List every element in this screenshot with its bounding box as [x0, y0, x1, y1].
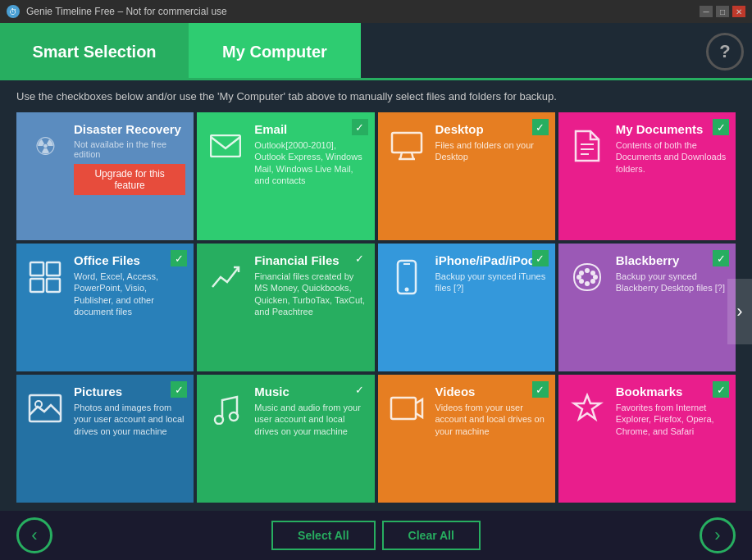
desktop-title: Desktop: [435, 122, 547, 136]
pictures-content: Pictures Photos and images from your use…: [74, 385, 185, 437]
blackberry-title: Blackberry: [616, 253, 727, 267]
email-desc: Outlook[2000-2010], Outlook Express, Win…: [254, 139, 366, 186]
svg-rect-0: [211, 135, 240, 157]
iphone-content: iPhone/iPad/iPod Backup your synced iTun…: [435, 253, 547, 294]
tab-my-computer[interactable]: My Computer: [189, 23, 361, 80]
bottom-bar: ‹ Select All Clear All ›: [0, 511, 752, 560]
tile-email[interactable]: Email Outlook[2000-2010], Outlook Expres…: [197, 112, 374, 240]
action-buttons: Select All Clear All: [271, 521, 481, 550]
tile-pictures[interactable]: Pictures Photos and images from your use…: [16, 375, 194, 503]
disaster-title: Disaster Recovery: [74, 122, 185, 136]
desktop-desc: Files and folders on your Desktop: [435, 139, 547, 163]
desktop-check: ✓: [532, 119, 549, 135]
close-button[interactable]: ✕: [732, 6, 745, 17]
svg-point-18: [579, 279, 584, 284]
videos-content: Videos Videos from your user account and…: [435, 385, 547, 437]
svg-point-19: [585, 281, 590, 286]
mydocs-content: My Documents Contents of both the Docume…: [616, 122, 727, 175]
tiles-grid: ☢ Disaster Recovery Not availabe in the …: [16, 112, 736, 503]
disaster-not-available: Not availabe in the free edition: [74, 139, 185, 159]
svg-rect-1: [392, 133, 422, 153]
forward-button[interactable]: ›: [700, 517, 736, 553]
office-icon: [25, 257, 66, 298]
window-controls[interactable]: ─ □ ✕: [700, 6, 745, 17]
bookmarks-icon: [567, 388, 608, 429]
pictures-title: Pictures: [74, 385, 185, 398]
blackberry-icon: [567, 257, 608, 298]
financial-icon: [205, 257, 246, 298]
tile-blackberry[interactable]: Blackberry Backup your synced Blackberry…: [558, 244, 736, 371]
tile-desktop[interactable]: Desktop Files and folders on your Deskto…: [378, 112, 555, 240]
main-content: Smart Selection My Computer ? Use the ch…: [0, 23, 752, 560]
tile-iphone[interactable]: iPhone/iPad/iPod Backup your synced iTun…: [378, 244, 555, 371]
disaster-content: Disaster Recovery Not availabe in the fr…: [74, 122, 185, 195]
blackberry-content: Blackberry Backup your synced Blackberry…: [616, 253, 727, 294]
svg-rect-8: [30, 262, 43, 275]
svg-rect-27: [391, 398, 416, 419]
clear-all-button[interactable]: Clear All: [382, 521, 481, 550]
tile-financial-files[interactable]: Financial Files Financial files created …: [197, 244, 374, 371]
office-desc: Word, Excel, Access, PowerPoint, Visio, …: [74, 271, 185, 317]
maximize-button[interactable]: □: [716, 6, 729, 17]
svg-marker-28: [574, 395, 600, 419]
tab-smart-selection[interactable]: Smart Selection: [0, 23, 189, 80]
videos-title: Videos: [435, 385, 547, 398]
minimize-button[interactable]: ─: [700, 6, 713, 17]
svg-point-21: [577, 275, 581, 280]
financial-title: Financial Files: [254, 253, 366, 267]
mydocs-desc: Contents of both the Documents and Downl…: [616, 139, 727, 175]
scroll-right-arrow[interactable]: ›: [727, 279, 752, 344]
svg-rect-23: [30, 395, 61, 421]
office-title: Office Files: [74, 253, 185, 267]
svg-rect-11: [47, 279, 60, 292]
blackberry-check: ✓: [713, 250, 729, 266]
smart-selection-label: Smart Selection: [32, 43, 156, 61]
svg-point-26: [230, 412, 238, 421]
svg-point-20: [590, 279, 595, 284]
upgrade-button[interactable]: Upgrade for this feature: [74, 164, 185, 195]
mydocs-check: ✓: [713, 119, 729, 135]
office-check: ✓: [171, 250, 187, 266]
tab-bar: Smart Selection My Computer ?: [0, 23, 752, 80]
desktop-content: Desktop Files and folders on your Deskto…: [435, 122, 547, 163]
tile-bookmarks[interactable]: Bookmarks Favorites from Internet Explor…: [558, 375, 736, 503]
back-button[interactable]: ‹: [16, 517, 52, 553]
select-all-button[interactable]: Select All: [271, 521, 376, 550]
music-desc: Music and audio from your user account a…: [254, 402, 366, 437]
svg-point-17: [590, 271, 595, 275]
my-computer-label: My Computer: [222, 43, 327, 61]
pictures-desc: Photos and images from your user account…: [74, 402, 185, 437]
iphone-title: iPhone/iPad/iPod: [435, 253, 547, 267]
iphone-check: ✓: [532, 250, 549, 266]
pictures-check: ✓: [171, 381, 187, 398]
videos-desc: Videos from your user account and local …: [435, 402, 547, 437]
bookmarks-check: ✓: [713, 381, 729, 398]
app-icon: ⏱: [7, 5, 20, 18]
financial-content: Financial Files Financial files created …: [254, 253, 366, 317]
tile-my-documents[interactable]: My Documents Contents of both the Docume…: [558, 112, 736, 240]
music-icon: [205, 388, 246, 429]
tile-disaster-recovery[interactable]: ☢ Disaster Recovery Not availabe in the …: [16, 112, 194, 240]
videos-check: ✓: [532, 381, 549, 398]
bookmarks-title: Bookmarks: [616, 385, 727, 398]
titlebar-title: Genie Timeline Free – Not for commercial…: [26, 6, 693, 17]
iphone-desc: Backup your synced iTunes files [?]: [435, 271, 547, 294]
tile-videos[interactable]: Videos Videos from your user account and…: [378, 375, 555, 503]
svg-point-22: [593, 275, 598, 280]
tile-music[interactable]: Music Music and audio from your user acc…: [197, 375, 374, 503]
mydocs-title: My Documents: [616, 122, 727, 136]
help-button[interactable]: ?: [706, 33, 744, 71]
svg-point-13: [404, 288, 408, 292]
financial-desc: Financial files created by MS Money, Qui…: [254, 271, 366, 317]
email-content: Email Outlook[2000-2010], Outlook Expres…: [254, 122, 366, 186]
music-check: ✓: [352, 381, 368, 398]
email-check: ✓: [352, 119, 368, 135]
svg-point-15: [579, 271, 584, 275]
office-content: Office Files Word, Excel, Access, PowerP…: [74, 253, 185, 317]
desktop-icon: [386, 125, 427, 166]
tile-office-files[interactable]: Office Files Word, Excel, Access, PowerP…: [16, 244, 194, 371]
disaster-icon: ☢: [25, 125, 66, 166]
videos-icon: [386, 388, 427, 429]
email-title: Email: [254, 122, 366, 136]
financial-check: ✓: [352, 250, 368, 266]
